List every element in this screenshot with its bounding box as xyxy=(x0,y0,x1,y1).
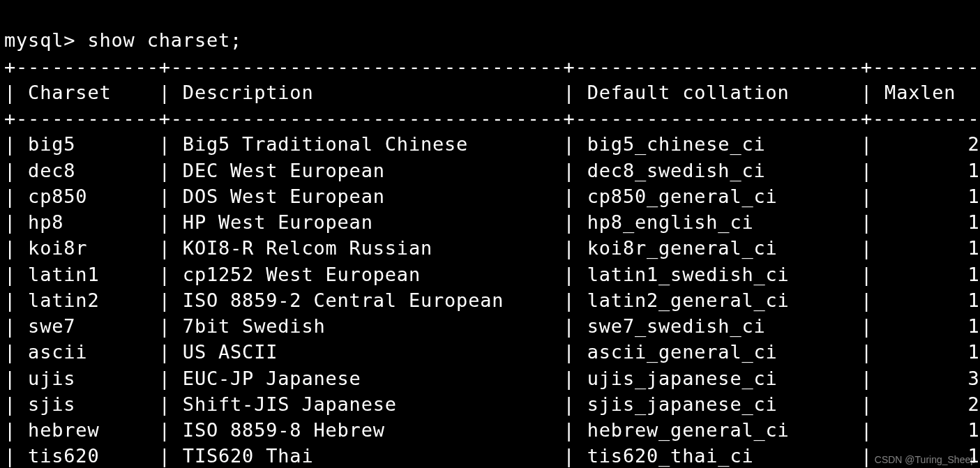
table-row: | ascii | US ASCII | ascii_general_ci | … xyxy=(4,341,980,363)
table-row: | hp8 | HP West European | hp8_english_c… xyxy=(4,211,980,233)
table-row: | cp850 | DOS West European | cp850_gene… xyxy=(4,186,980,207)
mysql-prompt: mysql> xyxy=(4,29,87,51)
table-header-row: | Charset | Description | Default collat… xyxy=(4,82,980,103)
table-row: | dec8 | DEC West European | dec8_swedis… xyxy=(4,160,980,181)
table-header-border: +------------+--------------------------… xyxy=(4,107,980,129)
table-row: | hebrew | ISO 8859-8 Hebrew | hebrew_ge… xyxy=(4,419,980,441)
table-row: | swe7 | 7bit Swedish | swe7_swedish_ci … xyxy=(4,315,980,337)
table-top-border: +------------+--------------------------… xyxy=(4,56,980,77)
sql-command: show charset; xyxy=(87,29,242,51)
table-row: | sjis | Shift-JIS Japanese | sjis_japan… xyxy=(4,393,980,415)
terminal-window[interactable]: mysql> show charset; +------------+-----… xyxy=(0,0,980,468)
watermark-text: CSDN @Turing_Sheep xyxy=(875,453,976,467)
table-row: | ujis | EUC-JP Japanese | ujis_japanese… xyxy=(4,368,980,389)
table-row: | tis620 | TIS620 Thai | tis620_thai_ci … xyxy=(4,445,980,467)
table-row: | latin1 | cp1252 West European | latin1… xyxy=(4,264,980,285)
table-row: | big5 | Big5 Traditional Chinese | big5… xyxy=(4,133,980,155)
table-row: | koi8r | KOI8-R Relcom Russian | koi8r_… xyxy=(4,237,980,259)
table-row: | latin2 | ISO 8859-2 Central European |… xyxy=(4,289,980,311)
